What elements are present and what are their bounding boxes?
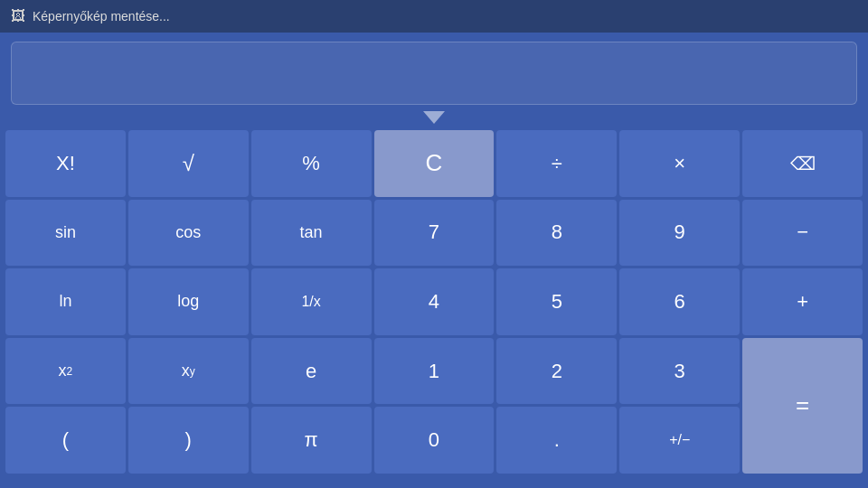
x-to-y-button[interactable]: xy (128, 338, 249, 405)
7-button[interactable]: 7 (374, 200, 495, 267)
minus-button[interactable]: − (742, 200, 863, 267)
multiply-button[interactable]: × (619, 130, 740, 197)
plus-minus-button[interactable]: +/− (619, 407, 740, 474)
1-button[interactable]: 1 (374, 338, 495, 405)
screenshot-icon: 🖼 (11, 8, 25, 24)
top-bar-label: Képernyőkép mentése... (33, 9, 170, 23)
divide-button[interactable]: ÷ (496, 130, 617, 197)
chevron-area[interactable] (0, 105, 868, 130)
plus-button[interactable]: + (742, 268, 863, 335)
top-bar: 🖼 Képernyőkép mentése... (0, 0, 868, 33)
6-button[interactable]: 6 (619, 268, 740, 335)
close-paren-button[interactable]: ) (128, 407, 249, 474)
0-button[interactable]: 0 (374, 407, 495, 474)
8-button[interactable]: 8 (496, 200, 617, 267)
display-area (11, 42, 857, 105)
clear-button[interactable]: C (374, 130, 495, 197)
9-button[interactable]: 9 (619, 200, 740, 267)
reciprocal-button[interactable]: 1/x (251, 268, 372, 335)
cos-button[interactable]: cos (128, 200, 249, 267)
2-button[interactable]: 2 (496, 338, 617, 405)
dot-button[interactable]: . (496, 407, 617, 474)
sin-button[interactable]: sin (5, 200, 126, 267)
log-button[interactable]: log (128, 268, 249, 335)
sqrt-button[interactable]: √ (128, 130, 249, 197)
keypad: X! √ % C ÷ × ⌫ sin cos tan 7 8 9 − ln lo… (0, 130, 868, 479)
open-paren-button[interactable]: ( (5, 407, 126, 474)
5-button[interactable]: 5 (496, 268, 617, 335)
4-button[interactable]: 4 (374, 268, 495, 335)
chevron-down-icon (423, 111, 445, 124)
backspace-button[interactable]: ⌫ (742, 130, 863, 197)
3-button[interactable]: 3 (619, 338, 740, 405)
x-squared-button[interactable]: x2 (5, 338, 126, 405)
factorial-button[interactable]: X! (5, 130, 126, 197)
percent-button[interactable]: % (251, 130, 372, 197)
ln-button[interactable]: ln (5, 268, 126, 335)
equals-button[interactable]: = (742, 338, 863, 474)
e-button[interactable]: e (251, 338, 372, 405)
tan-button[interactable]: tan (251, 200, 372, 267)
pi-button[interactable]: π (251, 407, 372, 474)
